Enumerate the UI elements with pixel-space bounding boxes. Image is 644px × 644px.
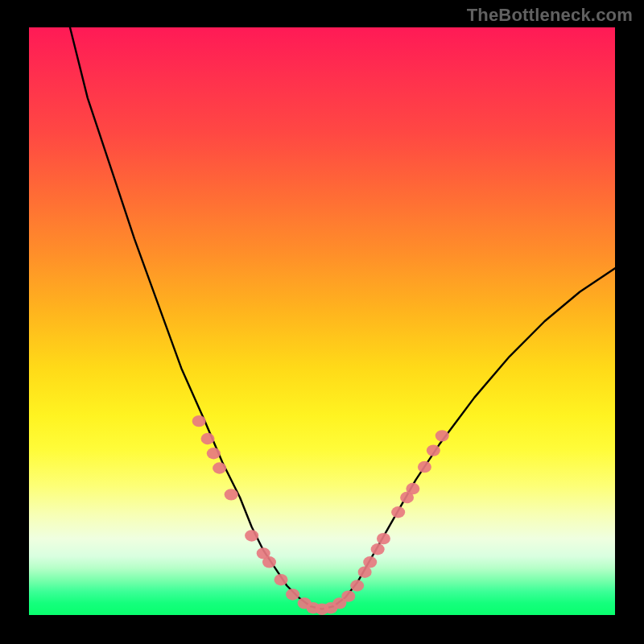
plot-gradient-background <box>29 27 615 615</box>
watermark-text: TheBottleneck.com <box>467 5 633 26</box>
chart-frame: TheBottleneck.com <box>0 0 644 644</box>
